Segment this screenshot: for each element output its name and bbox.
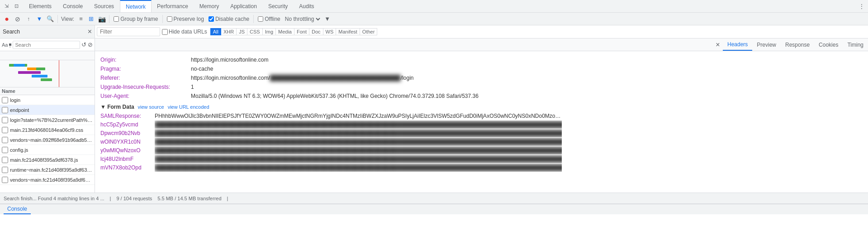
- refresh-icon[interactable]: ↺: [81, 41, 86, 48]
- record-button[interactable]: ●: [2, 14, 12, 24]
- inspect-icon[interactable]: ⊡: [12, 2, 21, 11]
- filter-manifest-button[interactable]: Manifest: [336, 28, 360, 35]
- request-item-runtime-js[interactable]: runtime~main.fc21d408f395a9df6378.js: [0, 165, 95, 175]
- detail-tab-timing[interactable]: Timing: [843, 39, 868, 51]
- search-text-input[interactable]: [13, 41, 80, 49]
- req-check-endpoint[interactable]: [2, 107, 8, 113]
- wf-bar-2: [14, 64, 25, 67]
- form-row-5: lcj48U2lnbmF ███████████████████████████…: [100, 155, 863, 163]
- clear-button[interactable]: ⊘: [13, 14, 23, 24]
- view-source-link[interactable]: view source: [138, 104, 164, 110]
- import-button[interactable]: ↑: [24, 14, 33, 24]
- filter-all-button[interactable]: All: [210, 28, 221, 35]
- filter-type-buttons: All XHR JS CSS Img Media Font Doc WS Man…: [211, 28, 378, 35]
- disable-cache-checkbox[interactable]: [209, 16, 214, 22]
- tab-audits[interactable]: Audits: [294, 0, 320, 12]
- timeline-cursor: [59, 60, 59, 87]
- tab-network[interactable]: Network: [120, 0, 152, 12]
- offline-checkbox[interactable]: [258, 16, 263, 22]
- filter-css-button[interactable]: CSS: [247, 28, 263, 35]
- separator-2: [109, 15, 109, 23]
- filter-other-button[interactable]: Other: [360, 28, 378, 35]
- headers-content: Origin: https://login.microsoftonline.co…: [95, 51, 868, 193]
- request-item-login-state[interactable]: login?state=%7B%22currentPath%22%3A%2...: [0, 115, 95, 125]
- throttle-dropdown-icon[interactable]: ▼: [323, 14, 332, 24]
- search-button[interactable]: 🔍: [45, 14, 55, 24]
- screenshot-icon[interactable]: 📷: [97, 14, 107, 24]
- group-by-frame-checkbox[interactable]: [114, 16, 119, 22]
- request-item-main-js[interactable]: main.fc21d408f395a9df6378.js: [0, 155, 95, 165]
- clear-search-icon[interactable]: ⊘: [88, 41, 93, 48]
- tab-security[interactable]: Security: [263, 0, 294, 12]
- tab-sources[interactable]: Sources: [89, 0, 120, 12]
- request-item-vendors-js[interactable]: vendors~main.fc21d408f395a9df6378.js: [0, 175, 95, 185]
- view-url-encoded-link[interactable]: view URL encoded: [168, 104, 209, 110]
- more-tabs-button[interactable]: ⋮: [855, 3, 868, 10]
- throttle-select[interactable]: No throttling: [283, 15, 322, 23]
- form-key-2: Dpwcm90b2Nvb: [100, 129, 155, 137]
- detail-tab-cookies[interactable]: Cookies: [814, 39, 843, 51]
- separator-4: [253, 15, 254, 23]
- request-item-main-css[interactable]: main.213fd40680184ea06cf9.css: [0, 125, 95, 135]
- req-check-config-js[interactable]: [2, 147, 8, 153]
- filter-input[interactable]: [97, 27, 160, 36]
- tab-console[interactable]: Console: [57, 0, 89, 12]
- search-panel: Search ×: [0, 25, 95, 38]
- wf-bar-7: [41, 78, 52, 81]
- form-data-header: ▼ Form Data view source view URL encoded: [100, 104, 863, 110]
- search-input-row: Aa · ↺ ⊘: [0, 39, 95, 51]
- search-close-icon[interactable]: ×: [88, 28, 92, 36]
- filter-toggle-button[interactable]: ▼: [34, 14, 44, 24]
- tab-elements[interactable]: Elements: [24, 0, 57, 12]
- req-check-login-state[interactable]: [2, 117, 8, 123]
- close-detail-button[interactable]: ×: [713, 40, 723, 50]
- network-toolbar: ● ⊘ ↑ ▼ 🔍 View: ≡ ⊞ 📷 Group by frame Pre…: [0, 13, 868, 25]
- detail-tab-preview[interactable]: Preview: [752, 39, 781, 51]
- origin-header: Origin: https://login.microsoftonline.co…: [100, 56, 863, 64]
- waterfall-mini: [0, 60, 95, 87]
- filter-ws-button[interactable]: WS: [323, 28, 337, 35]
- dock-icon[interactable]: ⇲: [2, 2, 11, 11]
- request-item-login[interactable]: login: [0, 95, 95, 105]
- filter-media-button[interactable]: Media: [275, 28, 294, 35]
- referer-value: https://login.microsoftonline.com/██████…: [191, 74, 863, 82]
- request-item-endpoint[interactable]: endpoint: [0, 105, 95, 115]
- dot-button[interactable]: ·: [9, 43, 11, 46]
- upgrade-insecure-header: Upgrade-Insecure-Requests: 1: [100, 83, 863, 91]
- req-check-runtime-js[interactable]: [2, 167, 8, 173]
- view-grid-icon[interactable]: ⊞: [86, 14, 96, 24]
- form-val-long: ████████████████████████████████████████…: [155, 164, 562, 172]
- form-row-long: mVN7X8ob2Opd ███████████████████████████…: [100, 164, 863, 172]
- view-list-icon[interactable]: ≡: [76, 14, 86, 24]
- req-check-vendors-js[interactable]: [2, 177, 8, 183]
- tab-memory[interactable]: Memory: [194, 0, 225, 12]
- user-agent-key: User-Agent:: [100, 92, 191, 100]
- req-check-main-js[interactable]: [2, 157, 8, 163]
- console-tab[interactable]: Console: [4, 204, 31, 214]
- req-check-login[interactable]: [2, 97, 8, 103]
- group-by-frame-label: Group by frame: [120, 16, 158, 22]
- filter-font-button[interactable]: Font: [294, 28, 309, 35]
- filter-img-button[interactable]: Img: [262, 28, 276, 35]
- hide-data-urls-checkbox[interactable]: [162, 29, 168, 35]
- preserve-log-checkbox[interactable]: [167, 16, 172, 22]
- saml-value: PHhhbWwwOlJlc3BvbnNlIElEPSJfYTE0ZWY0OWZm…: [155, 112, 562, 120]
- detail-tab-headers[interactable]: Headers: [723, 39, 752, 51]
- separator-3: [162, 15, 163, 23]
- hide-data-urls-label: Hide data URLs: [169, 29, 207, 35]
- filter-js-button[interactable]: JS: [236, 28, 247, 35]
- form-row-3: wOlN0YXR1c0N ███████████████████████████…: [100, 138, 863, 146]
- upgrade-key: Upgrade-Insecure-Requests:: [100, 83, 191, 91]
- filter-xhr-button[interactable]: XHR: [221, 28, 237, 35]
- req-check-main-css[interactable]: [2, 127, 8, 133]
- detail-tab-response[interactable]: Response: [781, 39, 814, 51]
- request-item-config-js[interactable]: config.js: [0, 145, 95, 155]
- request-item-vendors-css[interactable]: vendors~main.092ff68e91b96adb54b4.css: [0, 135, 95, 145]
- filter-doc-button[interactable]: Doc: [309, 28, 323, 35]
- tab-application[interactable]: Application: [225, 0, 263, 12]
- preserve-log-label: Preserve log: [174, 16, 204, 22]
- req-check-vendors-css[interactable]: [2, 137, 8, 143]
- tab-performance[interactable]: Performance: [152, 0, 194, 12]
- origin-value: https://login.microsoftonline.com: [191, 56, 863, 64]
- aa-button[interactable]: Aa: [2, 42, 8, 48]
